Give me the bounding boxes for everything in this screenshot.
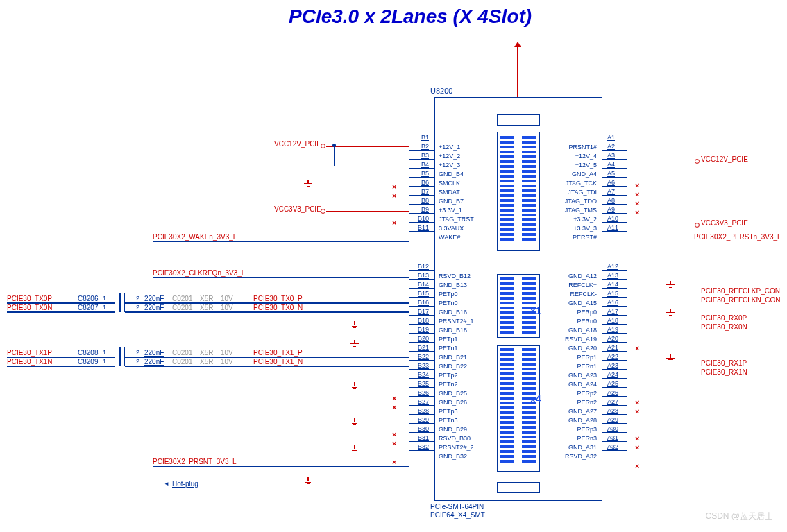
- pin-num-B26: B26: [409, 389, 429, 396]
- net-perst: PCIE30X2_PERSTn_3V3_L: [694, 233, 781, 241]
- pad-r-502-11: [522, 402, 536, 404]
- pin-label-b-7: GND_B7: [439, 198, 464, 205]
- wire-tx1p-a: [7, 357, 115, 358]
- pad-l-196-1: [500, 141, 514, 144]
- pad-l-502-22: [500, 455, 514, 458]
- c8207-die: X5R: [200, 304, 213, 311]
- pad-r-502-12: [522, 406, 536, 409]
- pad-l-196-8: [500, 175, 514, 178]
- c8208-pkg: C0201: [172, 349, 192, 357]
- pin-label-a-21: GND_A20: [554, 345, 597, 352]
- cap-c8206-val: 220nF: [144, 295, 164, 302]
- nc-a26: ×: [635, 398, 639, 406]
- pin-num-B22: B22: [409, 353, 429, 360]
- pad-l-502-6: [500, 377, 514, 380]
- pin-label-a-17: PERp0: [554, 309, 597, 316]
- pin-stub-A30: [602, 432, 627, 433]
- pin-label-a-32: GND_A31: [554, 444, 597, 451]
- pad-r-196-11: [522, 189, 536, 192]
- pad-l-502-2: [500, 358, 514, 361]
- pin-num-B27: B27: [409, 398, 429, 405]
- pad-r-400-0: [522, 277, 536, 280]
- pin-stub-A24: [602, 378, 627, 379]
- pad-r-502-0: [522, 348, 536, 351]
- pad-r-502-3: [522, 363, 536, 366]
- pad-r-196-13: [522, 199, 536, 202]
- pin-label-a-33: RSVD_A32: [554, 453, 597, 460]
- pin-stub-B13: [409, 279, 434, 280]
- c8207-p1: 1: [103, 304, 106, 311]
- wire-clkreq: [153, 277, 409, 278]
- pin-num-B10: B10: [409, 215, 429, 222]
- pin-num-A22: A22: [607, 353, 627, 360]
- pad-l-502-3: [500, 363, 514, 366]
- pin-label-b-13: RSVD_B12: [439, 273, 471, 280]
- pad-r-196-9: [522, 180, 536, 182]
- pin-label-a-23: PERn1: [554, 363, 597, 370]
- pin-num-A30: A30: [607, 425, 627, 432]
- pin-stub-B23: [409, 369, 434, 370]
- net-rx0p: PCIE30_RX0P: [701, 314, 747, 322]
- gnd-b19: [350, 343, 359, 349]
- gnd-b22-23: [350, 386, 359, 391]
- cap-c8207-sym: [121, 302, 123, 312]
- pin-num-B14: B14: [409, 281, 429, 288]
- pad-l-400-4: [500, 297, 514, 300]
- pin-stub-A21: [602, 351, 627, 352]
- pad-l-196-4: [500, 155, 514, 158]
- net-vcc3v3-left: VCC3V3_PCIE: [274, 205, 321, 213]
- pad-r-502-1: [522, 353, 536, 356]
- nc-a32: ×: [635, 462, 639, 470]
- c8207-pkg: C0201: [172, 304, 192, 311]
- pad-l-502-4: [500, 368, 514, 370]
- pin-label-a-30: PERp3: [554, 426, 597, 433]
- pad-r-196-5: [522, 160, 536, 163]
- pin-stub-A28: [602, 414, 627, 415]
- wire-tx0p-a: [7, 302, 115, 304]
- c8206-p1: 1: [103, 295, 106, 302]
- pad-l-502-16: [500, 426, 514, 429]
- pin-label-b-4: GND_B4: [439, 171, 464, 178]
- pin-label-b-29: PETn3: [439, 417, 458, 424]
- pad-r-196-17: [522, 218, 536, 221]
- c8209-die: X5R: [200, 358, 213, 366]
- gnd-b32: [304, 481, 312, 486]
- c8206-p2: 2: [136, 295, 139, 302]
- pin-label-a-8: JTAG_TMS: [554, 207, 597, 214]
- pin-label-a-11: PERST#: [554, 234, 597, 241]
- wire-tx0p-b: [125, 302, 409, 304]
- pad-r-196-2: [522, 146, 536, 148]
- pin-label-a-5: JTAG_TCK: [554, 180, 597, 187]
- pin-num-A10: A10: [607, 215, 627, 222]
- net-tx0n-m: PCIE30_TX0_N: [253, 304, 303, 311]
- nc-b29: ×: [392, 439, 396, 447]
- pad-l-502-5: [500, 372, 514, 375]
- pad-l-502-19: [500, 440, 514, 443]
- gnd-b26-27: [350, 422, 359, 427]
- pin-stub-B18: [409, 324, 434, 325]
- pin-stub-B26: [409, 396, 434, 397]
- power-ring-12v-l: [321, 144, 325, 148]
- pin-num-B1: B1: [409, 134, 429, 141]
- pin-stub-A16: [602, 306, 627, 307]
- pin-num-B9: B9: [409, 206, 429, 213]
- pad-r-196-19: [522, 228, 536, 231]
- power-ring-3v3-l: [321, 209, 325, 214]
- pin-label-a-1: PRSNT1#: [554, 144, 597, 151]
- c8207-p2: 2: [136, 304, 139, 311]
- pin-label-a-29: GND_A28: [554, 417, 597, 424]
- pin-label-a-9: +3.3V_2: [554, 216, 597, 223]
- pin-stub-A25: [602, 387, 627, 388]
- wire-tx1n-a: [7, 366, 115, 367]
- pad-l-196-3: [500, 151, 514, 153]
- pad-l-400-6: [500, 307, 514, 309]
- pad-l-502-7: [500, 382, 514, 385]
- cap-c8206-sym: [121, 293, 123, 303]
- c8209-p2: 2: [136, 358, 139, 365]
- gnd-stub-top: [517, 47, 518, 97]
- pad-r-502-5: [522, 372, 536, 375]
- pin-num-A23: A23: [607, 362, 627, 369]
- pin-num-B16: B16: [409, 299, 429, 306]
- pin-num-B15: B15: [409, 290, 429, 297]
- pad-r-400-5: [522, 302, 536, 304]
